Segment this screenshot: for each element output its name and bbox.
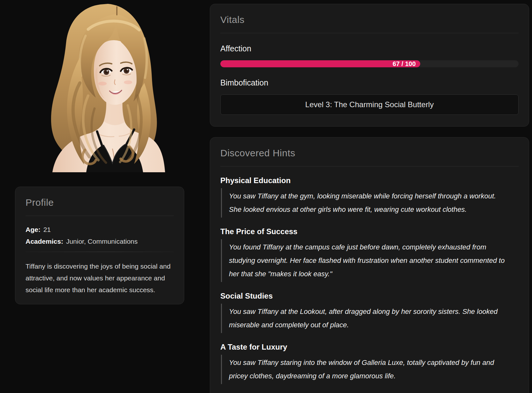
hint-title: The Price of Success	[220, 227, 519, 236]
profile-fields: Age:21 Academics:Junior, Communications	[26, 224, 174, 247]
divider	[26, 216, 174, 216]
hint-title: Social Studies	[220, 292, 519, 300]
character-portrait-illustration	[32, 0, 166, 172]
profile-field: Age:21	[26, 224, 174, 235]
profile-field-label: Age:	[26, 226, 41, 233]
profile-field-label: Academics:	[26, 238, 63, 245]
discovered-hints-card: Discovered Hints Physical Education You …	[210, 137, 529, 393]
hint-item: A Taste for Luxury You saw Tiffany stari…	[220, 343, 519, 384]
hints-list: Physical Education You saw Tiffany at th…	[220, 176, 519, 384]
affection-progress-fill: 67 / 100	[220, 60, 420, 67]
profile-field-value: 21	[43, 226, 51, 233]
hint-quote: You saw Tiffany at the gym, looking mise…	[221, 188, 519, 218]
vitals-card: Vitals Affection 67 / 100 Bimbofication …	[210, 4, 529, 127]
divider	[220, 33, 519, 33]
bimbofication-label: Bimbofication	[220, 78, 519, 87]
profile-field: Academics:Junior, Communications	[26, 235, 174, 247]
hints-card-title: Discovered Hints	[220, 148, 519, 159]
profile-card: Profile Age:21 Academics:Junior, Communi…	[15, 187, 184, 304]
hint-quote: You saw Tiffany at the Lookout, after dr…	[221, 304, 519, 333]
hint-title: A Taste for Luxury	[220, 343, 519, 352]
divider	[26, 252, 174, 252]
affection-label: Affection	[220, 44, 519, 53]
profile-card-title: Profile	[26, 197, 174, 208]
vitals-card-title: Vitals	[220, 14, 519, 25]
character-portrait	[32, 0, 166, 172]
hint-quote: You saw Tiffany staring into the window …	[221, 355, 519, 384]
hint-quote: You found Tiffany at the campus cafe jus…	[221, 239, 519, 282]
divider	[220, 166, 519, 167]
bimbofication-level-display: Level 3: The Charming Social Butterly	[220, 94, 519, 115]
hint-item: Physical Education You saw Tiffany at th…	[220, 176, 519, 218]
affection-progress-value: 67 / 100	[392, 60, 415, 67]
hint-item: The Price of Success You found Tiffany a…	[220, 227, 519, 282]
profile-description: Tiffany is discovering the joys of being…	[26, 260, 174, 296]
hint-item: Social Studies You saw Tiffany at the Lo…	[220, 292, 519, 333]
affection-progress-bar: 67 / 100	[220, 60, 519, 67]
profile-field-value: Junior, Communications	[66, 238, 138, 245]
hint-title: Physical Education	[220, 176, 519, 185]
